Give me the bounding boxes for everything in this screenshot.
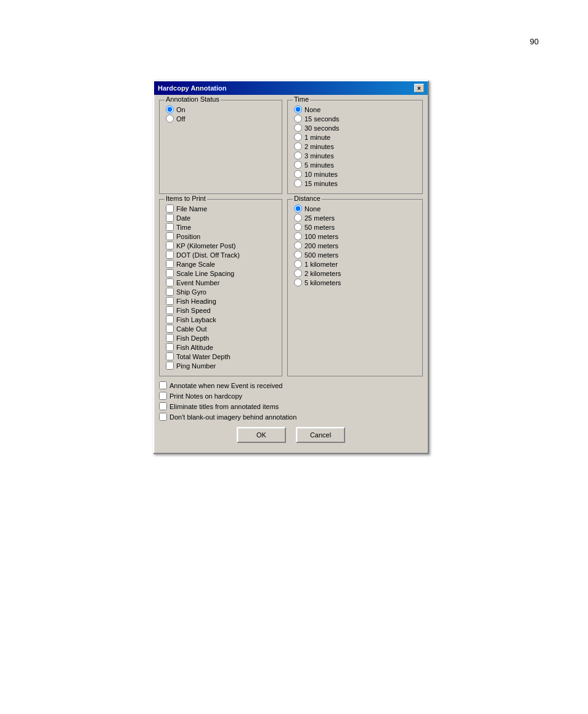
dist-500m-label: 500 meters (304, 251, 338, 259)
check-fish-layback: Fish Layback (166, 315, 277, 323)
time-3min-item: 3 minutes (294, 152, 417, 160)
time-none-radio[interactable] (294, 105, 302, 113)
annotation-off-item: Off (166, 115, 277, 123)
time-group: Time None 15 seconds 30 seconds (287, 100, 423, 194)
title-bar: Hardcopy Annotation × (154, 81, 428, 95)
cb-event-number[interactable] (166, 278, 174, 286)
dist-25m-label: 25 meters (304, 214, 335, 222)
dist-2km-radio[interactable] (294, 269, 302, 277)
check-print-notes: Print Notes on hardcopy (159, 392, 423, 400)
dist-5km-label: 5 kilometers (304, 279, 341, 286)
top-row: Annotation Status On Off Time No (159, 100, 423, 194)
cb-total-water-depth[interactable] (166, 352, 174, 360)
distance-legend: Distance (293, 195, 322, 202)
annotation-on-label: On (176, 106, 186, 113)
dist-5km-item: 5 kilometers (294, 278, 417, 286)
close-button[interactable]: × (414, 84, 424, 92)
check-scale-line-spacing: Scale Line Spacing (166, 269, 277, 277)
dist-1km-label: 1 kilometer (304, 261, 338, 268)
time-1min-label: 1 minute (304, 134, 330, 141)
time-5min-label: 5 minutes (304, 161, 334, 169)
cb-range-scale[interactable] (166, 260, 174, 268)
dist-500m-radio[interactable] (294, 251, 302, 259)
dialog: Hardcopy Annotation × Annotation Status … (153, 80, 429, 454)
cb-cable-out[interactable] (166, 325, 174, 333)
cb-dot[interactable] (166, 251, 174, 259)
check-event-number: Event Number (166, 278, 277, 286)
cb-ship-gyro[interactable] (166, 288, 174, 296)
time-30sec-radio[interactable] (294, 124, 302, 132)
label-dont-blank: Don't blank-out imagery behind annotatio… (169, 413, 296, 421)
cb-print-notes[interactable] (159, 392, 167, 400)
cb-time[interactable] (166, 223, 174, 231)
cb-dont-blank[interactable] (159, 413, 167, 421)
bottom-checks: Annotate when new Event is received Prin… (159, 381, 423, 421)
check-eliminate-titles: Eliminate titles from annotated items (159, 402, 423, 410)
check-fish-heading: Fish Heading (166, 297, 277, 305)
check-ping-number: Ping Number (166, 362, 277, 370)
cancel-button[interactable]: Cancel (296, 427, 345, 443)
time-2min-item: 2 minutes (294, 142, 417, 150)
check-date: Date (166, 214, 277, 222)
check-range-scale: Range Scale (166, 260, 277, 268)
label-eliminate-titles: Eliminate titles from annotated items (169, 403, 279, 410)
dist-5km-radio[interactable] (294, 278, 302, 286)
cb-fish-altitude[interactable] (166, 343, 174, 351)
distance-group: Distance None 25 meters 50 meters (287, 199, 423, 376)
dist-25m-item: 25 meters (294, 214, 417, 222)
time-15min-radio[interactable] (294, 179, 302, 187)
dist-1km-radio[interactable] (294, 260, 302, 268)
dist-200m-radio[interactable] (294, 241, 302, 249)
cb-fish-heading[interactable] (166, 297, 174, 305)
ok-button[interactable]: OK (237, 427, 286, 443)
dist-25m-radio[interactable] (294, 214, 302, 222)
dist-50m-label: 50 meters (304, 224, 335, 231)
dist-1km-item: 1 kilometer (294, 260, 417, 268)
dist-100m-label: 100 meters (304, 233, 338, 240)
check-dont-blank: Don't blank-out imagery behind annotatio… (159, 413, 423, 421)
dist-none-radio[interactable] (294, 205, 302, 213)
dialog-title: Hardcopy Annotation (158, 84, 226, 92)
items-legend: Items to Print (165, 195, 207, 202)
dist-2km-label: 2 kilometers (304, 270, 341, 277)
label-annotate-event: Annotate when new Event is received (169, 382, 282, 389)
label-print-notes: Print Notes on hardcopy (169, 392, 242, 400)
cb-ping-number[interactable] (166, 362, 174, 370)
cb-annotate-event[interactable] (159, 381, 167, 389)
time-10min-label: 10 minutes (304, 171, 338, 178)
cb-date[interactable] (166, 214, 174, 222)
time-1min-radio[interactable] (294, 133, 302, 141)
time-none-item: None (294, 105, 417, 113)
dist-none-item: None (294, 205, 417, 213)
annotation-status-group: Annotation Status On Off (159, 100, 282, 194)
time-15sec-radio[interactable] (294, 115, 302, 123)
cb-fish-layback[interactable] (166, 315, 174, 323)
page: 90 Hardcopy Annotation × Annotation Stat… (0, 0, 588, 714)
time-3min-radio[interactable] (294, 152, 302, 160)
time-2min-radio[interactable] (294, 142, 302, 150)
dist-100m-radio[interactable] (294, 232, 302, 240)
cb-position[interactable] (166, 232, 174, 240)
cb-scale-line-spacing[interactable] (166, 269, 174, 277)
time-5min-radio[interactable] (294, 161, 302, 169)
time-15sec-item: 15 seconds (294, 115, 417, 123)
annotation-on-radio[interactable] (166, 105, 174, 113)
cb-fish-speed[interactable] (166, 306, 174, 314)
annotation-off-label: Off (176, 115, 185, 123)
check-fish-speed: Fish Speed (166, 306, 277, 314)
annotation-off-radio[interactable] (166, 115, 174, 123)
middle-row: Items to Print File Name Date Time (159, 199, 423, 376)
check-fish-depth: Fish Depth (166, 334, 277, 342)
time-3min-label: 3 minutes (304, 152, 334, 160)
cb-file-name[interactable] (166, 205, 174, 213)
dist-2km-item: 2 kilometers (294, 269, 417, 277)
check-total-water-depth: Total Water Depth (166, 352, 277, 360)
check-annotate-event: Annotate when new Event is received (159, 381, 423, 389)
cb-kp[interactable] (166, 241, 174, 249)
cb-fish-depth[interactable] (166, 334, 174, 342)
dist-50m-radio[interactable] (294, 223, 302, 231)
cb-eliminate-titles[interactable] (159, 402, 167, 410)
time-15min-label: 15 minutes (304, 180, 338, 187)
time-10min-radio[interactable] (294, 170, 302, 178)
time-none-label: None (304, 106, 321, 113)
